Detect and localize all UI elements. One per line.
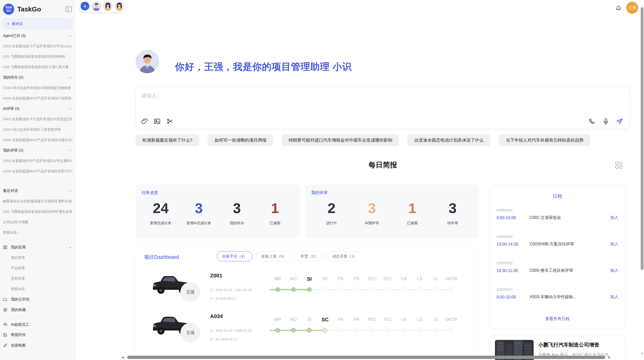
event-join-link[interactable]: 加入 <box>610 215 618 220</box>
milestone: FEC <box>380 316 396 336</box>
milestone-node <box>354 287 359 292</box>
milestone-node <box>386 287 390 292</box>
milestone-label: FEC <box>380 275 396 283</box>
project-row[interactable]: 王强A0342023-12-19 ~ 2026-01-19SC-2025-05-… <box>136 308 478 349</box>
project-dates: 2023-12-19 ~ 2026-01-19 <box>210 329 252 333</box>
sidebar-item[interactable]: Z001-全新燃油皮卡产品开发项目SI节点Lesson Learn报告 <box>3 41 72 51</box>
suggestion-chip[interactable]: 如何写一份清晰的项目周报 <box>208 134 273 146</box>
event-join-link[interactable]: 加入 <box>610 294 618 300</box>
my-apps-subitem[interactable]: 产品管理 <box>3 263 72 273</box>
scroll-right-arrow-icon[interactable]: ▶ <box>608 356 610 359</box>
stat-label: 待评审 <box>439 221 467 226</box>
stat-value: 3 <box>223 199 251 217</box>
sidebar-item-ai-employee[interactable]: AI超级员工 <box>3 319 72 330</box>
sidebar-item[interactable]: A034-全新新能源MUV产品开发项目造型可行性评审 <box>3 166 72 176</box>
sidebar-section-header[interactable]: 我的评审 (2) <box>3 145 72 156</box>
dashboard-tab[interactable]: 全新平台（4） <box>217 251 252 261</box>
send-icon[interactable] <box>616 118 623 125</box>
milestone-node-row <box>349 325 364 336</box>
session-avatar-2[interactable] <box>103 1 113 11</box>
project-owner-avatar: 王强 <box>180 323 200 343</box>
suggestion-chip[interactable]: 当下年轻人对汽车外观有怎样的喜好趋势 <box>499 134 590 146</box>
sidebar-item[interactable]: Z001-全新燃油轻卡产品开发项目SI节点属性5D文件评审 <box>3 156 72 166</box>
sidebar-item-cloud-space[interactable]: 我的云空间 <box>3 294 72 305</box>
microphone-icon[interactable] <box>602 118 609 125</box>
milestone-node <box>402 328 406 333</box>
sidebar-section-header[interactable]: Agent已办 (3) <box>3 31 72 41</box>
event-main-row: 10:30-11:30C005-整车工程目标评审加入 <box>496 268 618 273</box>
event-time: 9:00-10:00 <box>496 216 530 220</box>
image-icon[interactable] <box>154 118 161 125</box>
notification-bell-icon[interactable] <box>615 5 622 12</box>
project-dashboard-title: 项目Dashboard <box>144 254 179 261</box>
sidebar-section-label: 我的评审 (2) <box>3 148 23 153</box>
chevron-up-icon <box>68 107 72 111</box>
horizontal-scrollbar: ◀ ▶ <box>122 355 640 360</box>
vertical-scrollbar[interactable] <box>641 7 643 270</box>
sidebar-item[interactable]: 公司Q3轻卡销量 <box>3 217 72 227</box>
sidebar-item[interactable]: A034-全新新能源MUV产品开发项目法规符合性评审 <box>3 135 72 145</box>
sidebar-item[interactable]: C02-飞腾新能源轻客改款项目立项汇报方案 <box>3 62 72 72</box>
event-join-link[interactable]: 加入 <box>610 268 618 273</box>
app-logo: Task Go <box>3 4 14 15</box>
sidebar-item[interactable]: 查看全部... <box>3 227 72 238</box>
dashboard-tab[interactable]: 动总开发（1） <box>327 251 362 261</box>
new-chat-button[interactable]: + 新对话 <box>3 19 72 29</box>
scroll-down-arrow-icon[interactable]: ▼ <box>640 352 643 355</box>
suggestion-chip[interactable]: 特朗普可能对进口汽车增税会对中国车企造成哪些影响 <box>282 134 399 146</box>
sidebar-section-header[interactable]: 最近对话 <box>3 186 72 196</box>
milestone: SC <box>317 275 333 295</box>
sidebar-item[interactable]: C02-飞腾新能源轻客改款项目里程碑画布 <box>3 51 72 62</box>
assistant-avatar <box>136 50 159 73</box>
attachment-icon[interactable] <box>141 118 148 125</box>
horizontal-scrollbar-thumb[interactable] <box>127 356 605 359</box>
suggestion-chip[interactable]: 欧洲新规最近颁布了什么? <box>136 134 199 146</box>
person-illustration <box>92 1 101 11</box>
sidebar-item[interactable]: A034-全新新能源MUV产品开发项目计划变更变编写 <box>3 93 72 103</box>
milestone: SI <box>301 316 317 336</box>
sidebar-collapse-icon[interactable] <box>65 6 72 12</box>
milestone: LR <box>396 316 412 336</box>
milestone-label: PR <box>349 275 364 283</box>
suggestion-chips: 欧洲新规最近颁布了什么?如何写一份清晰的项目周报特朗普可能对进口汽车增税会对中国… <box>136 134 630 146</box>
project-row[interactable]: 王强Z0012023-12-19 ~ 2027-01-19SI-2025-05-… <box>136 267 478 308</box>
view-all-schedule-link[interactable]: 查看所有日程 <box>490 316 625 322</box>
user-avatar[interactable]: 王强 <box>626 2 638 14</box>
chat-input-box[interactable]: 请输入... <box>136 86 630 129</box>
sidebar-item[interactable]: C0X4-动力总成开发项目工程变更评审 <box>3 124 72 135</box>
flag-icon <box>210 338 213 341</box>
event-date: 2025/03/11 <box>496 288 618 291</box>
session-avatar-3[interactable] <box>114 1 124 11</box>
my-apps-subitem[interactable]: 项目管理 <box>3 252 72 263</box>
dashboard-tab[interactable]: 全新上装（3） <box>256 251 291 261</box>
layout-grid-icon[interactable] <box>615 161 623 169</box>
sidebar-item-my-apps[interactable]: 我的应用 <box>3 242 72 252</box>
sidebar-item-favorites[interactable]: 我的收藏 <box>3 305 72 315</box>
sidebar-section-header[interactable]: AI评审 (3) <box>3 103 72 114</box>
sidebar-item-help-write[interactable]: 帮我写作 <box>3 330 72 340</box>
add-session-button[interactable]: + <box>80 1 90 11</box>
session-avatar-1[interactable] <box>92 1 101 11</box>
scissors-icon[interactable] <box>166 118 173 125</box>
phone-call-icon[interactable] <box>589 118 596 125</box>
milestone-node-row <box>380 285 396 295</box>
sidebar-item[interactable]: Z001-全新燃油轻卡产品开发项目SI造型提交物评审 <box>3 114 72 124</box>
milestone-node <box>275 328 280 333</box>
suggestion-chip[interactable]: 比亚迪全固态电池计划具体说了什么 <box>407 134 490 146</box>
sidebar-item[interactable]: C0X4-动力总成开发项目SI里程碑提交物检查 <box>3 83 72 93</box>
milestone-node <box>291 328 296 333</box>
my-apps-subitem[interactable]: 变更管理 <box>3 273 72 284</box>
project-dates-text: 2023-12-19 ~ 2027-01-19 <box>215 288 252 292</box>
sidebar-item[interactable]: C02-飞腾新能源轻客改款项目的闭环通告反馈情况 <box>3 206 72 217</box>
project-dates-text: 2023-12-19 ~ 2026-01-19 <box>215 329 252 333</box>
sidebar-item-creative-draw[interactable]: 创意制图 <box>3 340 72 351</box>
event-join-link[interactable]: 加入 <box>610 242 618 247</box>
schedule-event: 2025/03/119:00-10:00C001-立项审批会加入 <box>496 205 618 232</box>
milestone-label: LR <box>396 275 412 283</box>
my-apps-subitem[interactable]: 查看全部.. <box>3 284 72 294</box>
milestone-node <box>291 287 296 292</box>
sidebar-item[interactable]: 解释最新出台的欧盟报废车法规再生塑料比例被调至15%... <box>3 196 72 206</box>
sidebar-section-header[interactable]: 我的待办 (2) <box>3 72 72 83</box>
scroll-left-arrow-icon[interactable]: ◀ <box>122 356 124 359</box>
dashboard-tab[interactable]: 年型（2） <box>295 251 323 261</box>
